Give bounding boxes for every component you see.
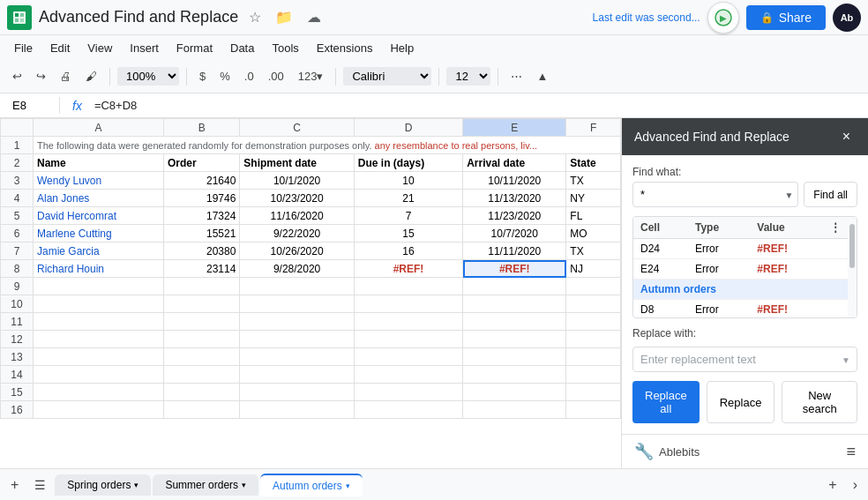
cell-b5[interactable]: 17324 — [164, 207, 240, 225]
cell-e8[interactable]: #REF! — [463, 260, 566, 278]
cell-d5[interactable]: 7 — [354, 207, 462, 225]
nav-right-button[interactable]: › — [846, 474, 864, 496]
cell-d8[interactable]: #REF! — [354, 260, 462, 278]
announcement-cell[interactable]: The following data were generated random… — [34, 137, 621, 154]
cell-e4[interactable]: 11/13/2020 — [463, 190, 566, 207]
font-select[interactable]: Calibri — [343, 67, 431, 86]
header-order[interactable]: Order — [164, 154, 240, 172]
cell-e7[interactable]: 11/11/2020 — [463, 243, 566, 260]
menu-format[interactable]: Format — [169, 39, 220, 57]
cell-f5[interactable]: FL — [566, 207, 621, 225]
results-scrollbar[interactable] — [848, 217, 857, 318]
new-search-button[interactable]: New search — [782, 381, 857, 423]
results-menu-header[interactable]: ⋮ — [823, 217, 848, 239]
cell-a3[interactable]: Wendy Luvon — [34, 172, 164, 190]
sheet-list-button[interactable]: ☰ — [27, 474, 53, 496]
user-avatar[interactable]: Ab — [833, 4, 861, 32]
cell-b7[interactable]: 20380 — [164, 243, 240, 260]
menu-file[interactable]: File — [7, 39, 40, 57]
cell-a4[interactable]: Alan Jones — [34, 190, 164, 207]
result-row[interactable]: E24 Error #REF! — [633, 259, 848, 280]
add-sheet-button[interactable]: + — [4, 474, 26, 496]
share-button[interactable]: 🔒 Share — [746, 5, 826, 30]
replace-all-button[interactable]: Replace all — [632, 381, 700, 423]
find-what-input[interactable] — [632, 182, 798, 207]
col-header-e[interactable]: E — [463, 119, 566, 137]
cell-f6[interactable]: MO — [566, 225, 621, 243]
col-header-b[interactable]: B — [164, 119, 240, 137]
folder-button[interactable]: 📁 — [272, 5, 296, 29]
results-scrollbar-thumb[interactable] — [849, 224, 855, 268]
header-arrival[interactable]: Arrival date — [463, 154, 566, 172]
cell-e6[interactable]: 10/7/2020 — [463, 225, 566, 243]
currency-button[interactable]: $ — [194, 66, 211, 86]
col-header-c[interactable]: C — [240, 119, 355, 137]
header-shipment[interactable]: Shipment date — [240, 154, 355, 172]
menu-extensions[interactable]: Extensions — [310, 39, 380, 57]
collapse-button[interactable]: ▲ — [531, 66, 553, 86]
redo-button[interactable]: ↪ — [31, 66, 51, 86]
decimal-increase-button[interactable]: .00 — [263, 66, 289, 86]
menu-tools[interactable]: Tools — [265, 39, 305, 57]
tab-spring-orders[interactable]: Spring orders ▾ — [55, 474, 151, 496]
cell-b3[interactable]: 21640 — [164, 172, 240, 190]
cell-f7[interactable]: TX — [566, 243, 621, 260]
cell-b6[interactable]: 15521 — [164, 225, 240, 243]
decimal-decrease-button[interactable]: .0 — [239, 66, 259, 86]
menu-edit[interactable]: Edit — [43, 39, 77, 57]
cell-f8[interactable]: NJ — [566, 260, 621, 278]
cell-b4[interactable]: 19746 — [164, 190, 240, 207]
cell-a7[interactable]: Jamie Garcia — [34, 243, 164, 260]
col-header-a[interactable]: A — [34, 119, 164, 137]
replace-with-input[interactable] — [632, 347, 857, 372]
more-button[interactable]: ⋯ — [505, 66, 528, 86]
cell-b8[interactable]: 23114 — [164, 260, 240, 278]
cell-c3[interactable]: 10/1/2020 — [240, 172, 355, 190]
print-button[interactable]: 🖨 — [55, 66, 77, 86]
find-all-button[interactable]: Find all — [804, 182, 857, 207]
percent-button[interactable]: % — [214, 66, 236, 86]
header-due[interactable]: Due in (days) — [354, 154, 462, 172]
cell-a5[interactable]: David Hercomrat — [34, 207, 164, 225]
cell-c7[interactable]: 10/26/2020 — [240, 243, 355, 260]
menu-data[interactable]: Data — [223, 39, 261, 57]
menu-view[interactable]: View — [80, 39, 119, 57]
font-size-select[interactable]: 12 — [446, 67, 490, 86]
undo-button[interactable]: ↩ — [7, 66, 27, 86]
result-row[interactable]: D24 Error #REF! — [633, 239, 848, 259]
cell-f3[interactable]: TX — [566, 172, 621, 190]
cell-e5[interactable]: 11/23/2020 — [463, 207, 566, 225]
header-state[interactable]: State — [566, 154, 621, 172]
panel-menu-button[interactable]: ≡ — [846, 443, 856, 461]
panel-close-button[interactable]: × — [837, 127, 856, 146]
cell-f4[interactable]: NY — [566, 190, 621, 207]
tab-summer-orders[interactable]: Summer orders ▾ — [153, 474, 258, 496]
cell-c8[interactable]: 9/28/2020 — [240, 260, 355, 278]
star-button[interactable]: ☆ — [245, 5, 265, 29]
cell-c4[interactable]: 10/23/2020 — [240, 190, 355, 207]
cell-c6[interactable]: 9/22/2020 — [240, 225, 355, 243]
meet-button[interactable]: ▶ — [707, 2, 739, 34]
cell-d6[interactable]: 15 — [354, 225, 462, 243]
paint-format-button[interactable]: 🖌 — [80, 66, 102, 86]
cell-e3[interactable]: 10/11/2020 — [463, 172, 566, 190]
cell-d3[interactable]: 10 — [354, 172, 462, 190]
col-header-d[interactable]: D — [354, 119, 462, 137]
cell-c5[interactable]: 11/16/2020 — [240, 207, 355, 225]
tab-autumn-orders[interactable]: Autumn orders ▾ — [260, 474, 363, 496]
cell-a8[interactable]: Richard Houin — [34, 260, 164, 278]
replace-button[interactable]: Replace — [707, 381, 775, 423]
result-row[interactable]: D8 Error #REF! — [633, 300, 848, 319]
menu-insert[interactable]: Insert — [123, 39, 166, 57]
zoom-select[interactable]: 100% — [117, 67, 179, 86]
menu-help[interactable]: Help — [383, 39, 421, 57]
format-button[interactable]: 123▾ — [293, 66, 329, 86]
cell-d4[interactable]: 21 — [354, 190, 462, 207]
cloud-button[interactable]: ☁ — [303, 5, 325, 29]
cell-d7[interactable]: 16 — [354, 243, 462, 260]
cell-reference-input[interactable] — [7, 97, 60, 114]
header-name[interactable]: Name — [34, 154, 164, 172]
formula-bar-input[interactable] — [94, 99, 861, 112]
cell-a6[interactable]: Marlene Cutting — [34, 225, 164, 243]
col-header-f[interactable]: F — [566, 119, 621, 137]
